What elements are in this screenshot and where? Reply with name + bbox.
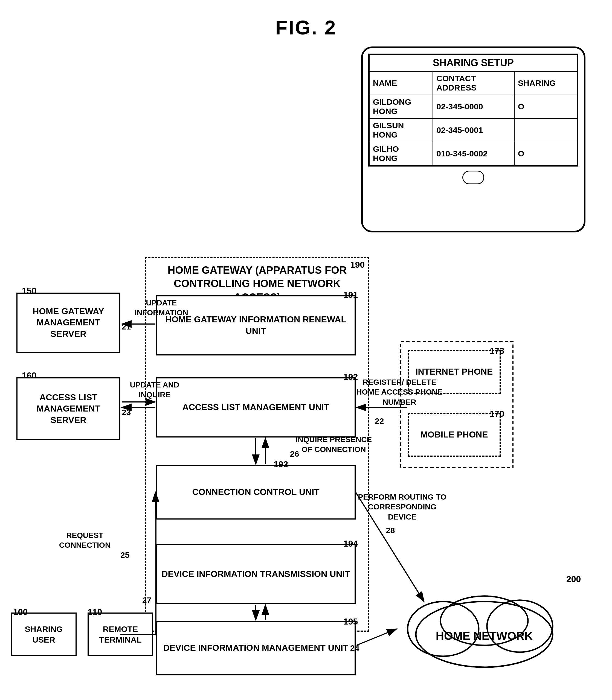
mobile-phone-box: MOBILE PHONE (408, 413, 501, 457)
label-update-information: UPDATE INFORMATION (126, 298, 197, 318)
home-network-cloud: HOME NETWORK (389, 574, 580, 678)
label-ref-22: 22 (375, 416, 384, 426)
label-ref-21: 21 (122, 321, 131, 332)
svg-text:HOME NETWORK: HOME NETWORK (436, 629, 533, 642)
label-inquire-presence: INQUIRE PRESENCE OF CONNECTION (295, 435, 372, 455)
label-perform-routing: PERFORM ROUTING TO CORRESPONDING DEVICE (356, 492, 449, 522)
row1-sharing: O (514, 95, 577, 118)
label-ref-26: 26 (290, 448, 299, 459)
row3-name: GILHOHONG (369, 142, 433, 166)
tablet-home-button (462, 171, 484, 184)
ref-194: 194 (343, 539, 358, 549)
row3-contact: 010-345-0002 (433, 142, 514, 166)
row1-name: GILDONGHONG (369, 95, 433, 118)
ref-170: 170 (490, 409, 504, 419)
label-ref-27: 27 (142, 595, 151, 605)
remote-terminal-box: REMOTE TERMINAL (87, 613, 153, 656)
ref-200: 200 (566, 574, 581, 584)
figure-title: FIG. 2 (0, 0, 612, 39)
ref-193: 193 (274, 459, 288, 470)
row2-contact: 02-345-0001 (433, 118, 514, 142)
tablet-device: SHARING SETUP NAME CONTACTADDRESS SHARIN… (361, 46, 585, 232)
ref-110: 110 (87, 607, 102, 617)
label-ref-23: 23 (122, 407, 131, 417)
sharing-setup-title: SHARING SETUP (369, 55, 577, 71)
home-gateway-mgmt-server-box: HOME GATEWAY MANAGEMENT SERVER (16, 292, 120, 353)
sharing-user-box: SHARING USER (11, 613, 76, 656)
connection-control-unit-box: CONNECTION CONTROL UNIT (156, 465, 356, 519)
row2-name: GILSUNHONG (369, 118, 433, 142)
access-list-mgmt-server-box: ACCESS LIST MANAGEMENT SERVER (16, 377, 120, 440)
row2-sharing (514, 118, 577, 142)
device-info-management-box: DEVICE INFORMATION MANAGEMENT UNIT (156, 621, 356, 675)
col-sharing: SHARING (514, 71, 577, 95)
row3-sharing: O (514, 142, 577, 166)
col-name: NAME (369, 71, 433, 95)
tablet-screen: SHARING SETUP NAME CONTACTADDRESS SHARIN… (368, 54, 578, 167)
ref-160: 160 (22, 371, 37, 381)
label-ref-24: 24 (350, 643, 359, 653)
device-info-transmission-box: DEVICE INFORMATION TRANSMISSION UNIT (156, 544, 356, 604)
col-contact: CONTACTADDRESS (433, 71, 514, 95)
ref-190: 190 (350, 260, 365, 270)
ref-150: 150 (22, 286, 37, 296)
row1-contact: 02-345-0000 (433, 95, 514, 118)
ref-195: 195 (343, 617, 358, 627)
label-update-inquire: UPDATE AND INQUIRE (120, 380, 189, 400)
label-register-delete: REGISTER/ DELETE HOME ACCESS PHONE NUMBE… (356, 377, 443, 407)
label-ref-25: 25 (120, 549, 129, 560)
ref-191: 191 (343, 290, 358, 300)
ref-173: 173 (490, 346, 504, 356)
label-request-connection: REQUEST CONNECTION (49, 530, 120, 551)
label-ref-28: 28 (386, 525, 395, 535)
ref-100: 100 (13, 607, 28, 617)
